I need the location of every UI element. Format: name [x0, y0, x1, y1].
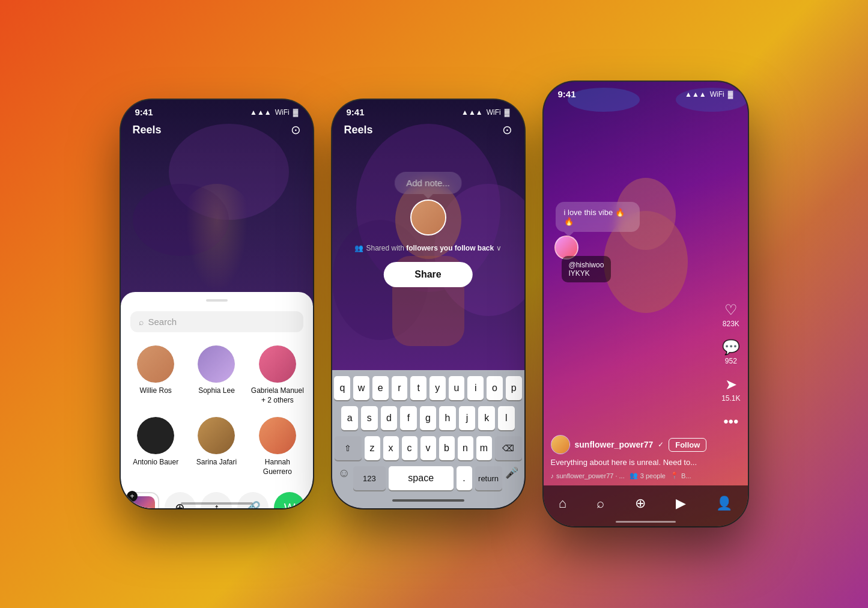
like-icon: ♡	[724, 302, 738, 318]
like-action[interactable]: ♡ 823K	[723, 302, 739, 328]
key-n[interactable]: n	[458, 436, 473, 460]
add-note-box: +	[128, 492, 159, 508]
key-d[interactable]: d	[381, 406, 398, 430]
share-button[interactable]: Share	[383, 262, 472, 287]
key-m[interactable]: m	[476, 436, 492, 460]
contact-sophia[interactable]: Sophia Lee	[186, 341, 247, 410]
phone2-status-bar: 9:41 ▲▲▲ WiFi ▓	[332, 100, 524, 121]
add-note-bubble[interactable]: Add note...	[394, 172, 462, 194]
location-icon: 📍	[670, 472, 679, 479]
search-bar[interactable]: ⌕ Search	[130, 311, 303, 332]
follow-button[interactable]: Follow	[669, 438, 706, 452]
whatsapp-action[interactable]: W Wha...	[272, 488, 308, 508]
contact-sarina[interactable]: Sarina Jafari	[186, 412, 247, 481]
kb-row-2: a s d f g h j k l	[335, 406, 522, 430]
add-note-placeholder: Add note...	[406, 178, 450, 188]
sheet-handle	[206, 299, 228, 302]
people-icon-tag: 👥	[630, 472, 638, 479]
reel-tags: ♪ sunflower_power77 · ... 👥 3 people 📍 B…	[551, 472, 712, 479]
key-period[interactable]: .	[457, 466, 472, 490]
people-tag[interactable]: 👥 3 people	[630, 472, 666, 479]
key-l[interactable]: l	[498, 406, 515, 430]
key-delete[interactable]: ⌫	[495, 436, 522, 460]
key-f[interactable]: f	[400, 406, 417, 430]
key-b[interactable]: b	[439, 436, 455, 460]
more-icon: •••	[723, 413, 738, 430]
key-r[interactable]: r	[392, 376, 408, 400]
comment-action[interactable]: 💬 952	[722, 339, 740, 365]
home-indicator-3	[616, 521, 676, 523]
battery-icon-2: ▓	[505, 108, 510, 117]
key-u[interactable]: u	[449, 376, 465, 400]
action-bar-right: ♡ 823K 💬 952 ➤ 15.1K •••	[721, 302, 740, 430]
key-j[interactable]: j	[459, 406, 476, 430]
sophia-name: Sophia Lee	[198, 386, 235, 396]
reel-caption: Everything about here is unreal. Need to…	[551, 458, 712, 467]
reels-nav-icon[interactable]: ▶	[676, 496, 686, 511]
shared-with[interactable]: 👥 Shared with followers you follow back …	[354, 244, 501, 252]
emoji-key[interactable]: ☺	[338, 466, 350, 490]
share-action[interactable]: ↑ Share	[198, 488, 235, 508]
phone-1: 9:41 ▲▲▲ WiFi ▓ Reels ⊙ ⌕ Search	[121, 100, 313, 508]
comment-text: i love this vibe 🔥🔥	[564, 208, 625, 226]
verified-icon: ✓	[658, 440, 664, 449]
key-i[interactable]: i	[467, 376, 484, 400]
bottom-nav: ⌂ ⌕ ⊕ ▶ 👤	[544, 485, 748, 526]
people-icon: 👥	[354, 244, 363, 252]
reel-username[interactable]: sunflower_power77	[575, 440, 654, 449]
music-text: sunflower_power77 · ...	[556, 472, 625, 479]
key-h[interactable]: h	[439, 406, 456, 430]
wifi-icon-3: WiFi	[710, 90, 724, 99]
add-to-story-action[interactable]: ⊕ Add to story	[162, 488, 198, 508]
add-nav-icon[interactable]: ⊕	[635, 496, 646, 511]
people-count: 3 people	[640, 472, 666, 479]
antonio-avatar	[137, 417, 174, 454]
key-x[interactable]: x	[383, 436, 399, 460]
add-story-icon: ⊕	[165, 492, 196, 508]
location-tag[interactable]: 📍 B...	[670, 472, 691, 479]
key-p[interactable]: p	[506, 376, 522, 400]
key-a[interactable]: a	[341, 406, 358, 430]
key-y[interactable]: y	[429, 376, 446, 400]
key-z[interactable]: z	[365, 436, 380, 460]
microphone-icon[interactable]: 🎤	[505, 466, 518, 490]
share-icon: ↑	[201, 492, 232, 508]
key-g[interactable]: g	[420, 406, 437, 430]
key-v[interactable]: v	[420, 436, 436, 460]
contact-antonio[interactable]: Antonio Bauer	[126, 412, 186, 481]
key-123[interactable]: 123	[353, 466, 386, 490]
music-tag[interactable]: ♪ sunflower_power77 · ...	[551, 472, 625, 479]
more-action[interactable]: •••	[723, 413, 738, 430]
key-o[interactable]: o	[487, 376, 503, 400]
key-t[interactable]: t	[410, 376, 426, 400]
key-k[interactable]: k	[478, 406, 495, 430]
key-return[interactable]: return	[475, 466, 502, 490]
profile-nav-icon[interactable]: 👤	[716, 496, 732, 511]
key-q[interactable]: q	[334, 376, 350, 400]
sarina-avatar	[198, 417, 235, 454]
keyboard[interactable]: q w e r t y u i o p a s d f g	[332, 370, 524, 508]
contact-gabriela[interactable]: Gabriela Manuel+ 2 others	[247, 341, 308, 410]
antonio-name: Antonio Bauer	[133, 458, 178, 467]
key-shift[interactable]: ⇧	[335, 436, 362, 460]
key-e[interactable]: e	[372, 376, 389, 400]
home-nav-icon[interactable]: ⌂	[559, 496, 566, 511]
status-icons-2: ▲▲▲ WiFi ▓	[461, 108, 509, 117]
contact-hannah[interactable]: Hannah Guerrero	[247, 412, 308, 481]
copy-link-action[interactable]: 🔗 Copy link	[235, 488, 272, 508]
share-reel-action[interactable]: ➤ 15.1K	[721, 376, 740, 403]
key-c[interactable]: c	[402, 436, 417, 460]
search-nav-icon[interactable]: ⌕	[596, 496, 604, 511]
add-note-action[interactable]: + Add note	[126, 488, 162, 508]
status-icons-3: ▲▲▲ WiFi ▓	[685, 90, 733, 99]
share-count: 15.1K	[721, 394, 740, 403]
status-time-2: 9:41	[347, 107, 365, 117]
contact-willie[interactable]: Willie Ros	[126, 341, 186, 410]
key-w[interactable]: w	[353, 376, 369, 400]
camera-icon-1[interactable]: ⊙	[291, 123, 301, 137]
key-s[interactable]: s	[361, 406, 378, 430]
key-space[interactable]: space	[389, 466, 454, 490]
contacts-grid: Willie Ros Sophia Lee Gabriela Manuel+ 2…	[121, 341, 313, 481]
phones-container: 9:41 ▲▲▲ WiFi ▓ Reels ⊙ ⌕ Search	[121, 82, 748, 526]
camera-icon-2[interactable]: ⊙	[502, 123, 512, 137]
